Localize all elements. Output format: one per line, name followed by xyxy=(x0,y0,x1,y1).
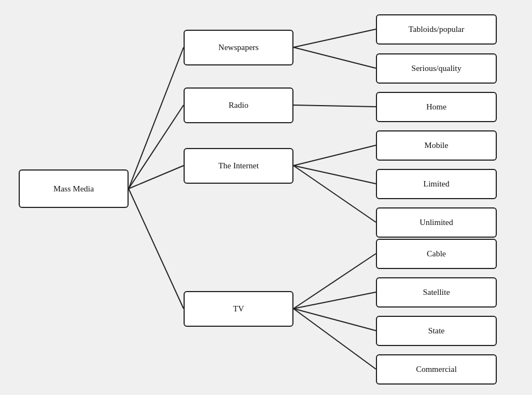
limited-node: Limited xyxy=(376,169,497,199)
radio-node: Radio xyxy=(184,87,293,123)
svg-line-5 xyxy=(293,47,376,68)
newspapers-node: Newspapers xyxy=(184,30,293,65)
svg-line-13 xyxy=(293,309,376,369)
cable-node: Cable xyxy=(376,239,497,269)
svg-line-3 xyxy=(129,189,184,309)
satellite-node: Satellite xyxy=(376,277,497,308)
diagram: Mass Media Newspapers Radio The Internet… xyxy=(2,2,530,393)
mobile-node: Mobile xyxy=(376,130,497,161)
serious-node: Serious/quality xyxy=(376,53,497,84)
mass-media-node: Mass Media xyxy=(19,169,129,208)
tv-node: TV xyxy=(184,291,293,327)
svg-line-9 xyxy=(293,166,376,222)
svg-line-12 xyxy=(293,309,376,331)
internet-node: The Internet xyxy=(184,148,293,184)
svg-line-4 xyxy=(293,29,376,47)
tabloids-node: Tabloids/popular xyxy=(376,14,497,45)
unlimited-node: Unlimited xyxy=(376,207,497,238)
home-node: Home xyxy=(376,92,497,122)
commercial-node: Commercial xyxy=(376,354,497,385)
svg-line-7 xyxy=(293,145,376,166)
svg-line-6 xyxy=(293,105,376,107)
state-node: State xyxy=(376,316,497,346)
